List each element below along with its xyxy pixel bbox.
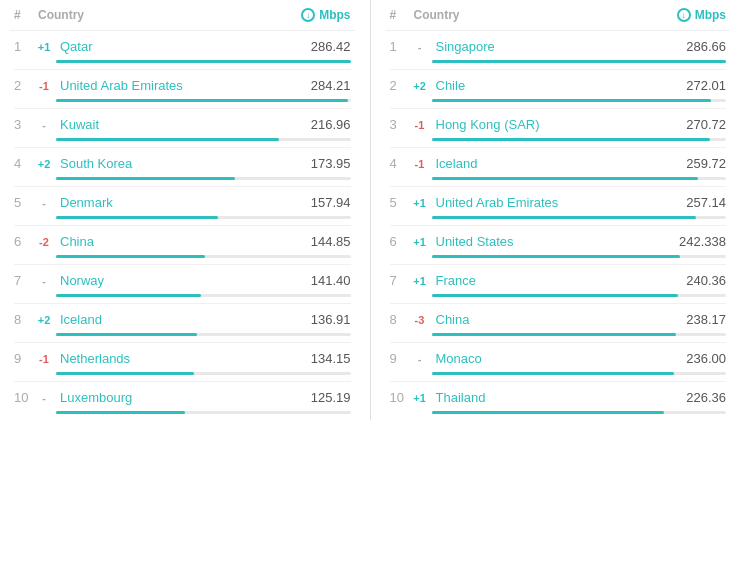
rank-number: 7 bbox=[390, 273, 408, 288]
table-row: 4+2South Korea173.95 bbox=[10, 148, 355, 187]
table-row: 7+1France240.36 bbox=[386, 265, 731, 304]
speed-bar-fill bbox=[56, 294, 201, 297]
right-panel: # Country ↓ Mbps 1-Singapore286.662+2Chi… bbox=[376, 0, 741, 420]
speed-bar-fill bbox=[432, 294, 679, 297]
speed-bar-fill bbox=[56, 177, 235, 180]
rank-change: +1 bbox=[408, 275, 432, 287]
speed-bar-background bbox=[56, 216, 351, 219]
speed-bar-fill bbox=[56, 99, 348, 102]
country-name: United Arab Emirates bbox=[56, 78, 301, 93]
speed-value: 144.85 bbox=[301, 234, 351, 249]
table-row: 2-1United Arab Emirates284.21 bbox=[10, 70, 355, 109]
speed-value: 236.00 bbox=[676, 351, 726, 366]
speed-bar-fill bbox=[56, 60, 351, 63]
table-row: 1+1Qatar286.42 bbox=[10, 31, 355, 70]
right-country-header: Country bbox=[414, 8, 677, 22]
right-down-arrow-icon: ↓ bbox=[677, 8, 691, 22]
panel-divider bbox=[370, 0, 371, 420]
speed-value: 286.66 bbox=[676, 39, 726, 54]
rank-change: - bbox=[32, 275, 56, 287]
country-name: China bbox=[56, 234, 301, 249]
rank-number: 3 bbox=[390, 117, 408, 132]
speed-bar-fill bbox=[432, 411, 665, 414]
country-name: Iceland bbox=[56, 312, 301, 327]
rank-number: 5 bbox=[14, 195, 32, 210]
speed-bar-fill bbox=[432, 255, 681, 258]
country-name: Iceland bbox=[432, 156, 677, 171]
speed-value: 284.21 bbox=[301, 78, 351, 93]
list-item: 6-2China144.85 bbox=[10, 226, 355, 253]
table-row: 3-Kuwait216.96 bbox=[10, 109, 355, 148]
left-rows: 1+1Qatar286.422-1United Arab Emirates284… bbox=[10, 31, 355, 420]
country-name: China bbox=[432, 312, 677, 327]
list-item: 1+1Qatar286.42 bbox=[10, 31, 355, 58]
speed-value: 270.72 bbox=[676, 117, 726, 132]
speed-bar-fill bbox=[56, 411, 185, 414]
list-item: 2+2Chile272.01 bbox=[386, 70, 731, 97]
speed-bar-fill bbox=[56, 138, 279, 141]
rank-change: +2 bbox=[32, 314, 56, 326]
speed-bar-fill bbox=[432, 372, 674, 375]
speed-bar-container bbox=[386, 175, 731, 186]
list-item: 9-Monaco236.00 bbox=[386, 343, 731, 370]
rank-number: 6 bbox=[14, 234, 32, 249]
rank-number: 2 bbox=[390, 78, 408, 93]
speed-bar-background bbox=[56, 372, 351, 375]
speed-bar-fill bbox=[432, 216, 696, 219]
speed-value: 257.14 bbox=[676, 195, 726, 210]
rank-number: 8 bbox=[14, 312, 32, 327]
country-name: Hong Kong (SAR) bbox=[432, 117, 677, 132]
table-row: 8-3China238.17 bbox=[386, 304, 731, 343]
country-name: United Arab Emirates bbox=[432, 195, 677, 210]
speed-bar-container bbox=[10, 97, 355, 108]
speed-value: 173.95 bbox=[301, 156, 351, 171]
speed-bar-background bbox=[432, 138, 727, 141]
speed-value: 242.338 bbox=[676, 234, 726, 249]
speed-bar-container bbox=[386, 292, 731, 303]
country-name: Chile bbox=[432, 78, 677, 93]
list-item: 8+2Iceland136.91 bbox=[10, 304, 355, 331]
right-hash-header: # bbox=[390, 8, 414, 22]
speed-bar-background bbox=[56, 411, 351, 414]
speed-bar-container bbox=[10, 58, 355, 69]
speed-bar-container bbox=[10, 214, 355, 225]
speed-bar-background bbox=[432, 372, 727, 375]
list-item: 9-1Netherlands134.15 bbox=[10, 343, 355, 370]
country-name: Luxembourg bbox=[56, 390, 301, 405]
rank-number: 9 bbox=[14, 351, 32, 366]
table-row: 7-Norway141.40 bbox=[10, 265, 355, 304]
country-name: Thailand bbox=[432, 390, 677, 405]
left-mbps-header: ↓ Mbps bbox=[301, 8, 350, 22]
list-item: 10-Luxembourg125.19 bbox=[10, 382, 355, 409]
speed-value: 125.19 bbox=[301, 390, 351, 405]
speed-value: 259.72 bbox=[676, 156, 726, 171]
speed-bar-fill bbox=[432, 60, 727, 63]
rank-change: - bbox=[32, 119, 56, 131]
list-item: 5+1United Arab Emirates257.14 bbox=[386, 187, 731, 214]
table-row: 10-Luxembourg125.19 bbox=[10, 382, 355, 420]
list-item: 7-Norway141.40 bbox=[10, 265, 355, 292]
rank-change: -1 bbox=[32, 80, 56, 92]
rank-change: -2 bbox=[32, 236, 56, 248]
country-name: Netherlands bbox=[56, 351, 301, 366]
rank-change: +1 bbox=[408, 236, 432, 248]
country-name: Kuwait bbox=[56, 117, 301, 132]
speed-bar-background bbox=[56, 294, 351, 297]
list-item: 1-Singapore286.66 bbox=[386, 31, 731, 58]
speed-bar-background bbox=[56, 177, 351, 180]
rank-number: 2 bbox=[14, 78, 32, 93]
speed-bar-background bbox=[56, 99, 351, 102]
rank-change: +2 bbox=[408, 80, 432, 92]
right-rows: 1-Singapore286.662+2Chile272.013-1Hong K… bbox=[386, 31, 731, 420]
speed-bar-background bbox=[56, 255, 351, 258]
rank-number: 10 bbox=[14, 390, 32, 405]
speed-bar-fill bbox=[56, 333, 197, 336]
speed-bar-fill bbox=[432, 177, 699, 180]
rank-change: -3 bbox=[408, 314, 432, 326]
table-row: 3-1Hong Kong (SAR)270.72 bbox=[386, 109, 731, 148]
speed-value: 141.40 bbox=[301, 273, 351, 288]
table-row: 8+2Iceland136.91 bbox=[10, 304, 355, 343]
rank-number: 4 bbox=[14, 156, 32, 171]
list-item: 3-Kuwait216.96 bbox=[10, 109, 355, 136]
list-item: 2-1United Arab Emirates284.21 bbox=[10, 70, 355, 97]
